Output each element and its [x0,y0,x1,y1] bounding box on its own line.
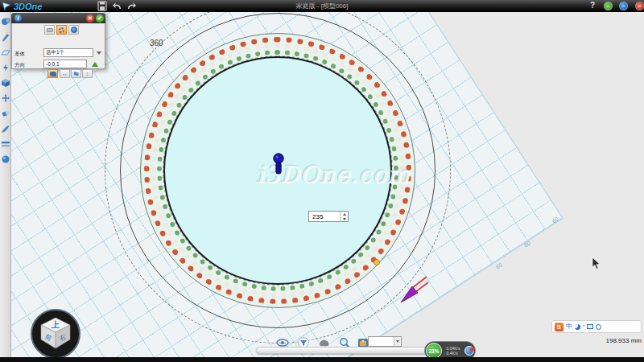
accelerator-ball-icon[interactable] [464,346,474,356]
center-anchor-pin[interactable] [271,152,286,178]
value-spinner[interactable] [308,211,349,222]
undo-icon[interactable] [112,1,123,11]
close-button[interactable]: × [635,2,644,10]
viewport[interactable]: 60 60 60 i3DOne.com 360 [11,12,644,362]
eraser-tool-icon[interactable] [1,109,10,118]
angle-dimension-label: 360 [150,39,163,47]
spinner-input[interactable] [309,212,340,221]
navcube-top-label: 上 [51,320,60,329]
sogou-logo-icon[interactable]: S [555,323,564,331]
navigation-cube[interactable]: 上 前 右 [30,308,81,360]
variant-arrow3-button[interactable]: ↕ [82,69,93,78]
measurement-readout: 198.933 mm [564,337,642,344]
help-button[interactable]: ? [590,1,595,10]
punctuation-icon[interactable]: ’ [583,324,584,330]
restore-button[interactable]: ▫ [619,2,628,10]
download-speed: 0.4K/s [447,351,458,356]
window-title: 家庭版 - [模型006] [242,2,402,10]
variant-solid-button[interactable] [47,69,58,78]
logo-text: 3DOne [14,2,42,11]
rotation-handle-arrow[interactable] [396,274,430,307]
mode-globe-button[interactable] [68,25,79,35]
watermark: i3DOne.com [237,161,430,188]
cube-tool-icon[interactable] [1,78,10,88]
spinner-down-icon[interactable] [341,216,348,221]
paint-brush-tool-icon[interactable] [1,124,10,134]
save-icon[interactable] [97,1,108,11]
sphere-tool-icon[interactable] [1,154,10,164]
dialog-body: 基体 选中1个 方向 -0,0,1 ↔ ↹ ↕ [11,23,105,69]
sketch-pencil-tool-icon[interactable] [1,32,10,42]
combo-dropdown-icon[interactable] [394,337,401,346]
info-icon: i [14,14,22,22]
redo-icon[interactable] [126,1,137,11]
move-cross-tool-icon[interactable] [1,93,10,103]
ime-toolbar[interactable]: S 中 ’ [551,320,642,333]
mode-gear-button[interactable] [56,25,67,35]
tangent-point-marker[interactable] [374,259,380,265]
left-toolbar [0,12,11,358]
shapes-tool-icon[interactable] [1,17,10,27]
mouse-cursor [592,257,601,270]
base-body-label: 基体 [14,51,25,58]
base-body-input[interactable]: 选中1个 [43,48,93,57]
variant-arrow1-button[interactable]: ↔ [60,69,70,78]
taskbar-edge [0,357,644,362]
expander-chevron-icon[interactable] [97,51,101,55]
draft-options-dialog: i ✕ ✔ 基体 选中1个 方向 -0,0,1 ↔ ↹ ↕ [11,13,105,69]
section-lines-tool-icon[interactable] [1,139,10,149]
logo-icon [2,2,11,11]
view-preset-combo[interactable] [368,336,402,347]
spinner-buttons[interactable] [340,212,348,221]
collapsed-toolbar-pill[interactable] [256,347,435,354]
app-logo: 3DOne [2,0,42,12]
memory-percent-badge[interactable]: 23% [426,343,442,359]
view-combo-input[interactable] [369,337,394,346]
direction-label: 方向 [14,62,25,69]
variant-arrow2-button[interactable]: ↹ [71,69,81,78]
minimize-button[interactable]: – [604,2,613,10]
direction-pick-button[interactable] [90,60,99,68]
soft-keyboard-icon[interactable] [587,324,593,329]
grid-axis-label: 60 [495,261,503,269]
mode-plain-button[interactable] [44,25,55,35]
toolbox-icon[interactable] [596,324,601,330]
dialog-header[interactable]: i ✕ ✔ [11,13,105,23]
dialog-confirm-button[interactable]: ✔ [96,14,104,23]
net-speeds: ↑0.04K/s ↓0.4K/s [442,346,464,356]
dialog-cancel-button[interactable]: ✕ [86,14,94,23]
sketch-plane-tool-icon[interactable] [1,47,10,57]
chinese-mode-icon[interactable]: 中 [566,323,572,331]
quick-edit-tool-icon[interactable] [1,63,10,72]
download-arrow-icon: ↓ [444,351,446,356]
titlebar: 3DOne 家庭版 - [模型006] ? – ▫ × [0,0,644,12]
direction-input[interactable]: -0,0,1 [43,60,87,68]
fullhalf-moon-icon[interactable] [575,324,580,330]
